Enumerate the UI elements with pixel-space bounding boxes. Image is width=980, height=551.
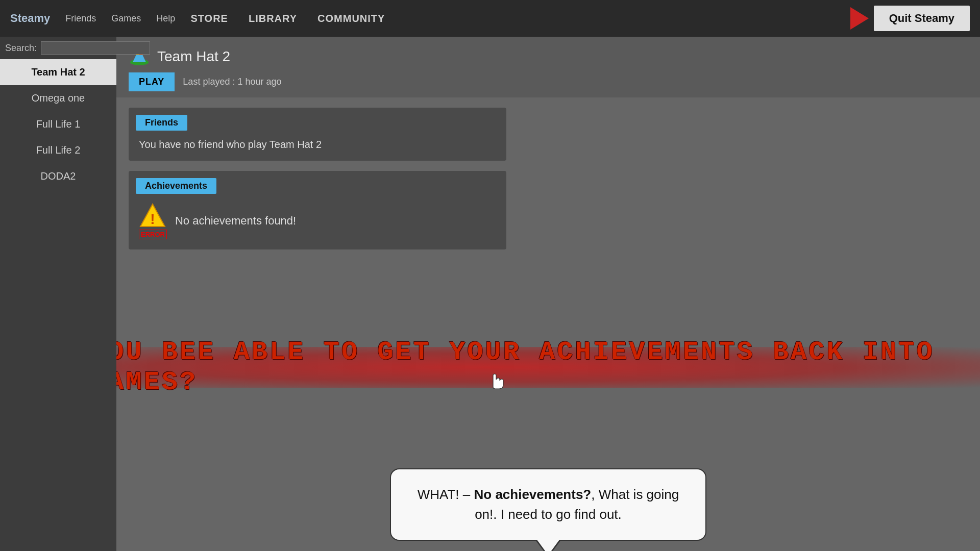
achievements-card: Achievements ! ERROR No achievements fou… (129, 171, 506, 249)
bubble-text: WHAT! – No achievements?, What is going … (411, 485, 685, 524)
game-title-row: Team Hat 2 (129, 46, 968, 67)
play-button[interactable]: PLAY (129, 72, 175, 91)
quit-button-area: Quit Steamy (850, 6, 970, 31)
friends-card-header: Friends (136, 115, 187, 131)
game-header: Team Hat 2 PLAY Last played : 1 hour ago (116, 37, 980, 97)
community-link[interactable]: COMMUNITY (317, 13, 385, 24)
error-icon-container: ! ERROR (139, 202, 167, 239)
red-banner: WILL YOU BEE ABLE TO GET YOUR ACHIEVEMEN… (116, 347, 980, 388)
bubble-bold: No achievements? (474, 487, 592, 502)
store-link[interactable]: STORE (190, 13, 228, 24)
sidebar-item-doda2[interactable]: DODA2 (0, 163, 116, 189)
play-row: PLAY Last played : 1 hour ago (129, 72, 968, 91)
cards-area: Friends You have no friend who play Team… (116, 97, 980, 260)
error-label: ERROR (139, 230, 167, 239)
friends-card: Friends You have no friend who play Team… (129, 108, 506, 161)
achievements-card-body: ! ERROR No achievements found! (129, 194, 506, 249)
svg-text:!: ! (151, 211, 155, 227)
search-bar: Search: (0, 37, 116, 59)
menu-items: Steamy Friends Games Help (10, 12, 175, 25)
nav-links: STORE LIBRARY COMMUNITY (190, 13, 385, 24)
search-input[interactable] (41, 41, 150, 55)
sidebar-item-fulllife2[interactable]: Full Life 2 (0, 137, 116, 163)
sidebar-item-teamhat2[interactable]: Team Hat 2 (0, 59, 116, 85)
library-link[interactable]: LIBRARY (249, 13, 297, 24)
friends-card-body: You have no friend who play Team Hat 2 (129, 131, 506, 161)
help-menu[interactable]: Help (156, 13, 175, 24)
games-menu[interactable]: Games (111, 13, 141, 24)
play-triangle-icon (850, 7, 869, 30)
top-bar: Steamy Friends Games Help STORE LIBRARY … (0, 0, 980, 37)
no-achievements-text: No achievements found! (175, 214, 296, 228)
search-label: Search: (5, 43, 37, 54)
quit-steamy-button[interactable]: Quit Steamy (874, 6, 970, 31)
brand-label: Steamy (10, 12, 50, 25)
sidebar: Team Hat 2 Omega one Full Life 1 Full Li… (0, 59, 116, 551)
speech-bubble: WHAT! – No achievements?, What is going … (390, 468, 706, 541)
warning-triangle-icon: ! (139, 202, 166, 229)
game-title: Team Hat 2 (157, 48, 230, 65)
sidebar-item-fulllife1[interactable]: Full Life 1 (0, 111, 116, 137)
main-content: Team Hat 2 PLAY Last played : 1 hour ago… (116, 37, 980, 551)
achievements-card-header: Achievements (136, 178, 216, 194)
sidebar-item-omegaone[interactable]: Omega one (0, 85, 116, 111)
last-played-text: Last played : 1 hour ago (183, 77, 281, 87)
banner-text: WILL YOU BEE ABLE TO GET YOUR ACHIEVEMEN… (116, 337, 980, 397)
bubble-prefix: WHAT! – (418, 487, 474, 502)
friends-menu[interactable]: Friends (65, 13, 96, 24)
